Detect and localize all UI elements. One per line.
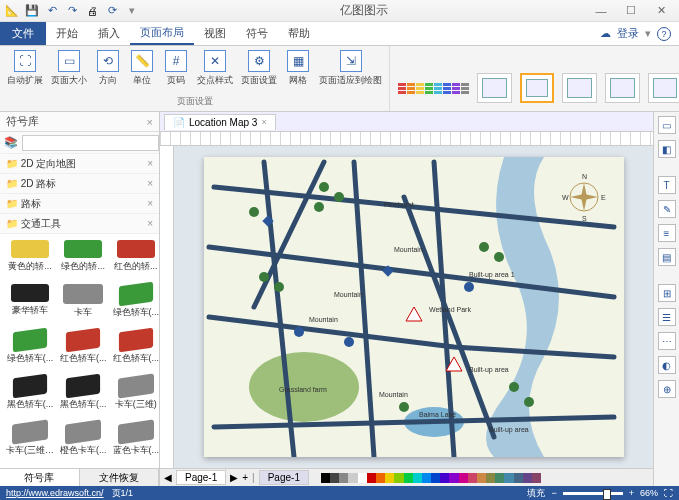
theme-thumb-1[interactable] [477,73,512,103]
right-tool-5[interactable]: ▤ [658,248,676,266]
color-swatch[interactable] [358,473,367,483]
ribbon-btn-3[interactable]: 📏单位 [126,48,158,94]
tab-help[interactable]: 帮助 [278,22,320,45]
page[interactable]: Pinehurst Mountain Mountain Mountain Mou… [204,157,624,457]
right-tool-3[interactable]: ✎ [658,200,676,218]
category-close-icon[interactable]: × [147,198,153,209]
tab-start[interactable]: 开始 [46,22,88,45]
category-row-2[interactable]: 📁 路标× [0,194,159,214]
status-url[interactable]: http://www.edrawsoft.cn/ [6,488,104,498]
color-swatch[interactable] [477,473,486,483]
minimize-button[interactable]: — [587,2,615,20]
category-row-3[interactable]: 📁 交通工具× [0,214,159,234]
refresh-icon[interactable]: ⟳ [104,3,120,19]
color-swatch[interactable] [404,473,413,483]
shape-cell-9[interactable]: 黑色轿车(... [4,374,56,418]
shape-cell-10[interactable]: 黑色轿车(... [58,374,109,418]
ruler-horizontal[interactable] [160,132,653,146]
theme-thumb-3[interactable] [562,73,597,103]
zoom-slider[interactable] [563,492,623,495]
shape-cell-1[interactable]: 绿色的轿... [58,238,109,280]
undo-icon[interactable]: ↶ [44,3,60,19]
file-tab[interactable]: 文件 [0,22,46,45]
color-swatch[interactable] [449,473,458,483]
color-swatch[interactable] [504,473,513,483]
tab-view[interactable]: 视图 [194,22,236,45]
ribbon-btn-8[interactable]: ⇲页面适应到绘图 [316,48,385,94]
color-swatch[interactable] [394,473,403,483]
zoom-out-icon[interactable]: − [551,488,556,498]
doc-tab-close-icon[interactable]: × [261,117,266,127]
color-swatch[interactable] [459,473,468,483]
color-swatch[interactable] [339,473,348,483]
right-tool-8[interactable]: ⋯ [658,332,676,350]
ribbon-btn-1[interactable]: ▭页面大小 [48,48,90,94]
theme-thumb-4[interactable] [605,73,640,103]
shape-cell-5[interactable]: 绿色轿车(... [111,282,160,326]
symbol-search-input[interactable] [22,135,159,151]
ruler-vertical[interactable] [160,146,174,468]
page-tab-1[interactable]: Page-1 [176,470,226,485]
theme-thumb-2[interactable] [520,73,555,103]
tab-page-layout[interactable]: 页面布局 [130,22,194,45]
right-tool-9[interactable]: ◐ [658,356,676,374]
right-tool-4[interactable]: ≡ [658,224,676,242]
document-tab[interactable]: 📄 Location Map 3 × [164,114,276,130]
panel-close-icon[interactable]: × [147,116,153,128]
ribbon-btn-4[interactable]: #页码 [160,48,192,94]
ribbon-btn-5[interactable]: ✕交点样式 [194,48,236,94]
help-icon[interactable]: ? [657,27,671,41]
color-swatch[interactable] [413,473,422,483]
shape-cell-11[interactable]: 卡车(三维) [111,374,160,418]
category-close-icon[interactable]: × [147,218,153,229]
category-close-icon[interactable]: × [147,178,153,189]
right-tool-1[interactable]: ◧ [658,140,676,158]
color-swatch[interactable] [495,473,504,483]
right-tool-2[interactable]: T [658,176,676,194]
color-swatch[interactable] [330,473,339,483]
shape-cell-7[interactable]: 红色轿车(... [58,328,109,372]
right-tool-10[interactable]: ⊕ [658,380,676,398]
ribbon-btn-0[interactable]: ⛶自动扩展 [4,48,46,94]
save-icon[interactable]: 💾 [24,3,40,19]
right-tool-6[interactable]: ⊞ [658,284,676,302]
page-prev-icon[interactable]: ◀ [164,472,172,483]
redo-icon[interactable]: ↷ [64,3,80,19]
color-swatch[interactable] [367,473,376,483]
color-swatch[interactable] [468,473,477,483]
color-swatch[interactable] [376,473,385,483]
color-swatch[interactable] [523,473,532,483]
panel-tab-library[interactable]: 符号库 [0,469,80,486]
right-tool-0[interactable]: ▭ [658,116,676,134]
shape-cell-12[interactable]: 卡车(三维) 2 [4,420,56,464]
shape-cell-6[interactable]: 绿色轿车(... [4,328,56,372]
login-dropdown-icon[interactable]: ▾ [645,27,651,40]
color-swatch[interactable] [321,473,330,483]
ribbon-btn-7[interactable]: ▦网格 [282,48,314,94]
color-swatch[interactable] [348,473,357,483]
right-tool-7[interactable]: ☰ [658,308,676,326]
color-swatch[interactable] [440,473,449,483]
category-close-icon[interactable]: × [147,158,153,169]
color-swatch[interactable] [532,473,541,483]
cloud-icon[interactable]: ☁ [600,27,611,40]
color-swatch[interactable] [514,473,523,483]
login-link[interactable]: 登录 [617,26,639,41]
theme-palette[interactable] [398,83,469,94]
shape-cell-3[interactable]: 豪华轿车 [4,282,56,326]
color-swatch[interactable] [486,473,495,483]
shape-cell-0[interactable]: 黄色的轿... [4,238,56,280]
print-icon[interactable]: 🖨 [84,3,100,19]
maximize-button[interactable]: ☐ [617,2,645,20]
app-icon[interactable]: 📐 [4,3,20,19]
tab-insert[interactable]: 插入 [88,22,130,45]
ribbon-btn-2[interactable]: ⟲方向 [92,48,124,94]
close-button[interactable]: ✕ [647,2,675,20]
shape-cell-2[interactable]: 红色的轿... [111,238,160,280]
zoom-in-icon[interactable]: + [629,488,634,498]
color-swatch[interactable] [385,473,394,483]
tab-symbols[interactable]: 符号 [236,22,278,45]
page-tab-2[interactable]: Page-1 [259,470,309,485]
fit-screen-icon[interactable]: ⛶ [664,488,673,498]
panel-tab-recovery[interactable]: 文件恢复 [80,469,160,486]
